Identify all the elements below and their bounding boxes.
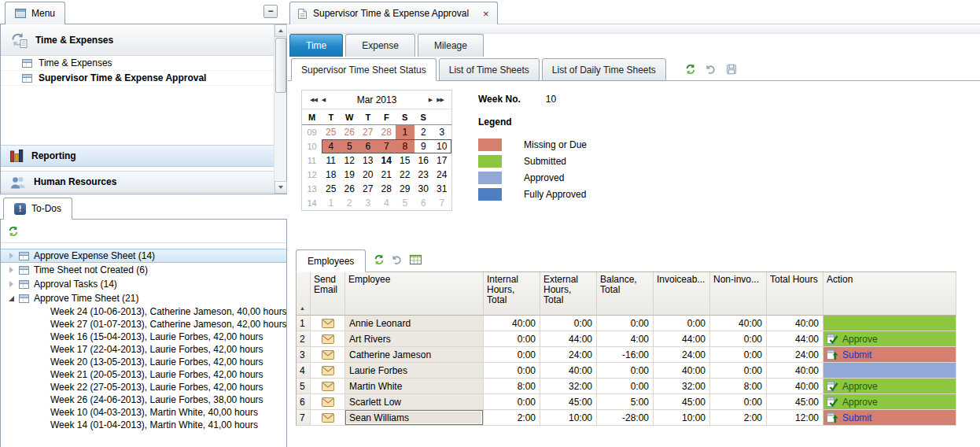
send-email-cell[interactable] (311, 410, 345, 426)
calendar-day[interactable]: 4 (322, 139, 341, 153)
menu-tab[interactable]: Menu (5, 2, 65, 24)
employee-name-cell[interactable]: Scarlett Low (345, 394, 484, 410)
calendar-week-row[interactable]: 1111121314151617 (302, 153, 451, 168)
row-number-cell[interactable]: 3 (297, 347, 311, 363)
calendar-day[interactable]: 28 (378, 125, 396, 139)
calendar-day[interactable]: 6 (414, 196, 433, 210)
refresh-icon[interactable] (685, 64, 696, 75)
row-number-cell[interactable]: 5 (297, 379, 311, 394)
calendar-day[interactable]: 5 (341, 139, 359, 153)
undo-icon[interactable] (392, 254, 403, 265)
todo-item[interactable]: Week 21 (20-05-2013), Laurie Forbes, 42,… (1, 368, 286, 381)
envelope-icon[interactable] (322, 413, 334, 423)
tab-mileage[interactable]: Mileage (418, 34, 484, 57)
action-cell[interactable] (823, 316, 956, 331)
envelope-icon[interactable] (322, 334, 334, 344)
action-cell[interactable]: Submit (823, 410, 956, 426)
todo-group[interactable]: Time Sheet not Created (6) (1, 263, 286, 277)
calendar-day[interactable]: 1 (322, 196, 341, 210)
calendar-day[interactable]: 26 (341, 125, 359, 139)
send-email-cell[interactable] (311, 363, 345, 379)
action-cell[interactable]: Submit (823, 347, 956, 363)
envelope-icon[interactable] (322, 350, 334, 360)
calendar-day[interactable]: 28 (378, 182, 396, 196)
expand-arrow-icon[interactable] (8, 267, 14, 273)
calendar-week-row[interactable]: 141234567 (302, 196, 451, 210)
calendar-day[interactable]: 4 (378, 196, 396, 210)
column-header-internal-hours-total[interactable]: Internal Hours, Total (484, 272, 540, 316)
employee-name-cell[interactable]: Catherine Jameson (345, 347, 484, 363)
todo-item[interactable]: Week 22 (27-05-2013), Laurie Forbes, 42,… (1, 381, 286, 393)
collapse-panel-button[interactable]: − (263, 5, 278, 18)
calendar-day[interactable]: 6 (359, 139, 378, 153)
calendar-day[interactable]: 25 (322, 182, 341, 196)
calendar-first-icon[interactable]: ◀◀ (308, 97, 319, 103)
envelope-icon[interactable] (322, 319, 334, 328)
calendar-day[interactable]: 26 (341, 182, 359, 196)
calendar-day[interactable]: 15 (396, 153, 414, 168)
calendar-day[interactable]: 27 (359, 182, 378, 196)
column-header-action[interactable]: Action (823, 272, 956, 316)
expand-arrow-icon[interactable] (8, 281, 14, 287)
calendar-week-row[interactable]: 1325262728293031 (302, 182, 451, 196)
send-email-cell[interactable] (311, 331, 345, 347)
action-cell[interactable]: Approve (823, 331, 956, 347)
calendar-week-row[interactable]: 1218192021222324 (302, 168, 451, 182)
calendar-last-icon[interactable]: ▶▶ (434, 97, 446, 103)
close-tab-icon[interactable]: × (483, 9, 489, 19)
send-email-cell[interactable] (311, 394, 345, 410)
calendar-day[interactable]: 5 (396, 196, 414, 210)
calendar-day[interactable]: 29 (396, 182, 414, 196)
tab-time[interactable]: Time (289, 34, 343, 57)
scrollbar-thumb[interactable] (275, 38, 286, 93)
undo-icon[interactable] (706, 64, 717, 75)
calendar-day[interactable]: 3 (359, 196, 378, 210)
employee-name-cell[interactable]: Martin White (345, 379, 484, 394)
send-email-cell[interactable] (311, 347, 345, 363)
employee-name-cell[interactable]: Laurie Forbes (345, 363, 484, 379)
action-cell[interactable] (823, 363, 956, 379)
employees-tab[interactable]: Employees (296, 249, 366, 272)
todo-item[interactable]: Week 16 (15-04-2013), Laurie Forbes, 42,… (1, 331, 286, 343)
envelope-icon[interactable] (322, 397, 334, 407)
calendar-day[interactable]: 17 (433, 153, 451, 168)
todo-item[interactable]: Week 20 (13-05-2013), Laurie Forbes, 42,… (1, 356, 286, 368)
save-icon[interactable] (726, 64, 737, 75)
nav-item-0[interactable]: Time & Expenses (1, 56, 274, 71)
employee-name-cell[interactable]: Art Rivers (345, 331, 484, 347)
tab-list-of-daily-time-sheets[interactable]: List of Daily Time Sheets (542, 58, 666, 81)
employee-name-cell[interactable]: Annie Leonard (345, 316, 484, 331)
calendar-day[interactable]: 7 (378, 139, 396, 153)
calendar-day[interactable]: 25 (322, 125, 341, 139)
todo-group[interactable]: Approval Tasks (14) (1, 277, 286, 291)
tab-list-of-time-sheets[interactable]: List of Time Sheets (439, 58, 540, 81)
todo-item[interactable]: Week 27 (01-07-2013), Catherine Jameson,… (1, 318, 286, 331)
tab-expense[interactable]: Expense (345, 34, 415, 57)
calendar-week-row[interactable]: 0925262728123 (302, 125, 451, 139)
scroll-down-button[interactable] (274, 181, 287, 194)
todo-item[interactable]: Week 24 (10-06-2013), Catherine Jameson,… (1, 305, 286, 318)
action-cell[interactable]: Approve (823, 379, 956, 394)
calendar-day[interactable]: 7 (433, 196, 451, 210)
calendar-day[interactable]: 9 (414, 139, 433, 153)
calendar-next-icon[interactable]: ▶ (426, 97, 434, 103)
calendar-prev-icon[interactable]: ◀ (319, 97, 327, 103)
todo-group[interactable]: Approve Time Sheet (21) (1, 291, 286, 305)
section-time-expenses[interactable]: Time & Expenses (1, 24, 274, 56)
row-number-cell[interactable]: 6 (297, 394, 311, 410)
todo-item[interactable]: Week 17 (22-04-2013), Laurie Forbes, 42,… (1, 343, 286, 356)
send-email-cell[interactable] (311, 379, 345, 394)
row-number-cell[interactable]: 7 (297, 410, 311, 426)
row-number-cell[interactable]: 2 (297, 331, 311, 347)
expand-arrow-icon[interactable] (8, 296, 14, 301)
refresh-icon[interactable] (8, 226, 19, 237)
section-reporting[interactable]: Reporting (1, 145, 274, 167)
section-human-resources[interactable]: Human Resources (1, 171, 274, 193)
calendar-day[interactable]: 2 (341, 196, 359, 210)
column-header-employee[interactable]: Employee (345, 272, 484, 316)
envelope-icon[interactable] (322, 382, 334, 391)
todos-tab[interactable]: ! To-Dos (3, 198, 72, 220)
calendar-week-row[interactable]: 1045678910 (302, 139, 451, 153)
calendar-day[interactable]: 1 (396, 125, 414, 139)
todo-item[interactable]: Week 26 (24-06-2013), Laurie Forbes, 38,… (1, 393, 286, 406)
